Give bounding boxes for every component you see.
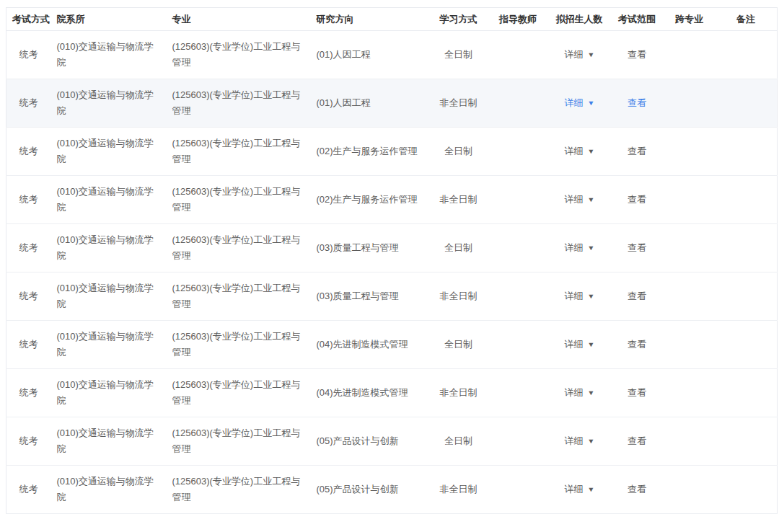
column-header-cross-major: 跨专业 [664,8,715,31]
chevron-down-icon: ▼ [587,143,594,159]
enrollment-detail-dropdown[interactable]: 详细▼ [565,49,594,60]
cell-department: (010)交通运输与物流学院 [51,417,167,466]
cell-research-direction: (03)质量工程与管理 [311,224,430,272]
cell-study-mode: 非全日制 [430,176,488,224]
cell-cross-major [664,79,715,128]
table-row: 统考 (010)交通运输与物流学院 (125603)(专业学位)工业工程与管理 … [6,128,778,176]
cell-research-direction: (05)产品设计与创新 [311,417,430,466]
enrollment-detail-label: 详细 [565,97,584,108]
column-header-major: 专业 [167,8,311,31]
cell-exam-scope: 查看 [610,321,664,369]
cell-study-mode: 全日制 [430,128,488,176]
column-header-research-direction: 研究方向 [311,8,430,31]
table-row: 统考 (010)交通运输与物流学院 (125603)(专业学位)工业工程与管理 … [6,31,778,79]
cell-major: (125603)(专业学位)工业工程与管理 [167,31,311,79]
cell-department: (010)交通运输与物流学院 [51,224,167,272]
cell-advisor [488,272,549,321]
cell-study-mode: 非全日制 [430,466,488,514]
cell-research-direction: (04)先进制造模式管理 [311,369,430,417]
enrollment-detail-label: 详细 [565,242,584,253]
table-row: 统考 (010)交通运输与物流学院 (125603)(专业学位)工业工程与管理 … [6,321,778,369]
cell-study-mode: 非全日制 [430,79,488,128]
cell-department: (010)交通运输与物流学院 [51,31,167,79]
cell-remarks [715,128,778,176]
cell-exam-method: 统考 [6,369,51,417]
cell-major: (125603)(专业学位)工业工程与管理 [167,128,311,176]
enrollment-detail-label: 详细 [565,339,584,350]
cell-remarks [715,321,778,369]
exam-scope-view-link[interactable]: 查看 [628,49,646,60]
table-row: 统考 (010)交通运输与物流学院 (125603)(专业学位)工业工程与管理 … [6,369,778,417]
cell-enrollment: 详细▼ [549,369,610,417]
exam-scope-view-link[interactable]: 查看 [628,242,646,253]
cell-enrollment: 详细▼ [549,176,610,224]
enrollment-detail-dropdown[interactable]: 详细▼ [565,435,594,446]
cell-exam-scope: 查看 [610,128,664,176]
enrollment-detail-dropdown[interactable]: 详细▼ [565,242,594,253]
chevron-down-icon: ▼ [587,240,594,256]
cell-exam-method: 统考 [6,272,51,321]
exam-scope-view-link[interactable]: 查看 [628,146,646,156]
cell-research-direction: (05)产品设计与创新 [311,466,430,514]
cell-remarks [715,466,778,514]
enrollment-detail-dropdown[interactable]: 详细▼ [565,339,594,350]
enrollment-detail-label: 详细 [565,146,584,156]
cell-research-direction: (01)人因工程 [311,31,430,79]
cell-study-mode: 全日制 [430,224,488,272]
exam-scope-view-link[interactable]: 查看 [628,97,646,108]
cell-exam-scope: 查看 [610,79,664,128]
enrollment-detail-dropdown[interactable]: 详细▼ [565,484,594,495]
cell-exam-scope: 查看 [610,176,664,224]
cell-exam-method: 统考 [6,224,51,272]
cell-enrollment: 详细▼ [549,79,610,128]
exam-scope-view-link[interactable]: 查看 [628,435,646,446]
table-body: 统考 (010)交通运输与物流学院 (125603)(专业学位)工业工程与管理 … [6,31,778,514]
chevron-down-icon: ▼ [587,47,594,63]
column-header-study-mode: 学习方式 [430,8,488,31]
table-row: 统考 (010)交通运输与物流学院 (125603)(专业学位)工业工程与管理 … [6,272,778,321]
catalog-table: 考试方式 院系所 专业 研究方向 学习方式 指导教师 拟招生人数 考试范围 跨专… [6,7,778,514]
cell-study-mode: 非全日制 [430,272,488,321]
exam-scope-view-link[interactable]: 查看 [628,339,646,350]
cell-study-mode: 全日制 [430,321,488,369]
exam-scope-view-link[interactable]: 查看 [628,194,646,205]
cell-study-mode: 全日制 [430,417,488,466]
cell-department: (010)交通运输与物流学院 [51,321,167,369]
exam-scope-view-link[interactable]: 查看 [628,484,646,495]
cell-cross-major [664,321,715,369]
chevron-down-icon: ▼ [587,95,594,111]
cell-exam-method: 统考 [6,417,51,466]
cell-exam-scope: 查看 [610,224,664,272]
enrollment-detail-dropdown[interactable]: 详细▼ [565,387,594,398]
cell-enrollment: 详细▼ [549,128,610,176]
enrollment-detail-label: 详细 [565,484,584,495]
cell-major: (125603)(专业学位)工业工程与管理 [167,466,311,514]
exam-scope-view-link[interactable]: 查看 [628,291,646,301]
cell-cross-major [664,417,715,466]
chevron-down-icon: ▼ [587,288,594,304]
enrollment-detail-label: 详细 [565,49,584,60]
table-row: 统考 (010)交通运输与物流学院 (125603)(专业学位)工业工程与管理 … [6,224,778,272]
cell-remarks [715,272,778,321]
cell-research-direction: (02)生产与服务运作管理 [311,128,430,176]
cell-advisor [488,224,549,272]
cell-advisor [488,128,549,176]
enrollment-detail-dropdown[interactable]: 详细▼ [565,146,594,156]
enrollment-detail-dropdown[interactable]: 详细▼ [565,291,594,301]
cell-major: (125603)(专业学位)工业工程与管理 [167,224,311,272]
cell-advisor [488,466,549,514]
cell-cross-major [664,466,715,514]
cell-department: (010)交通运输与物流学院 [51,128,167,176]
enrollment-detail-dropdown[interactable]: 详细▼ [565,194,594,205]
cell-advisor [488,79,549,128]
chevron-down-icon: ▼ [587,337,594,353]
cell-exam-scope: 查看 [610,272,664,321]
cell-enrollment: 详细▼ [549,466,610,514]
cell-cross-major [664,224,715,272]
cell-cross-major [664,31,715,79]
cell-enrollment: 详细▼ [549,224,610,272]
exam-scope-view-link[interactable]: 查看 [628,387,646,398]
cell-remarks [715,224,778,272]
enrollment-detail-dropdown[interactable]: 详细▼ [565,97,594,108]
cell-exam-method: 统考 [6,128,51,176]
